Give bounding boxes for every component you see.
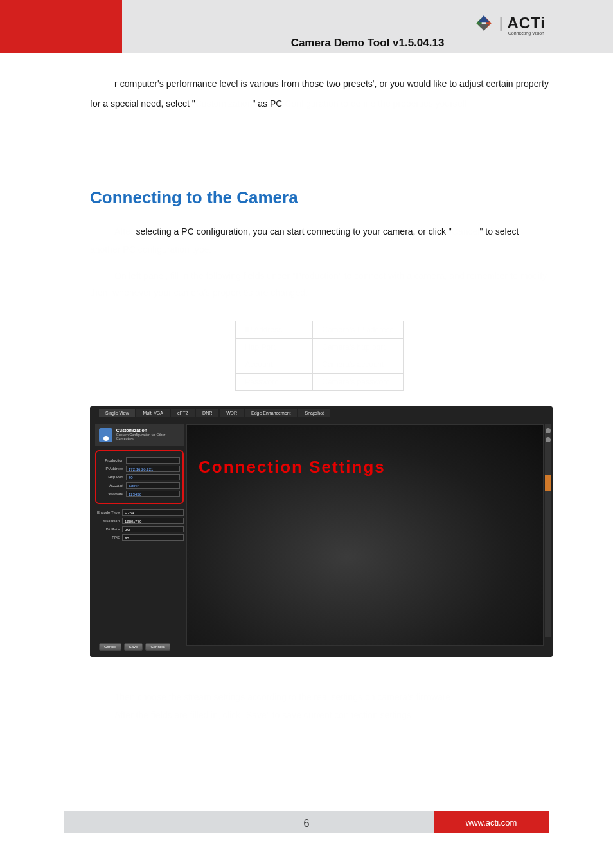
field-input[interactable]: 172.16.26.221	[126, 466, 180, 472]
field-row: AccountAdmin	[99, 482, 180, 489]
intro-ghost-2: Configuration to define the properties y…	[285, 98, 469, 109]
connection-settings-label: Connection Settings	[199, 457, 386, 477]
connection-fields-table: IP AddressCamera's IP addressHttp PortCa…	[235, 321, 403, 391]
field-row: Http Port80	[99, 474, 180, 480]
table-row: AccountCamera's account	[236, 356, 403, 373]
logo-tagline: Connecting Vision	[508, 31, 544, 35]
field-input[interactable]: Admin	[126, 482, 180, 489]
document-title: Camera Demo Tool v1.5.04.13	[122, 37, 613, 50]
p2-text: selecting a PC configuration, you can st…	[136, 226, 451, 237]
cancel-button[interactable]: Cancel	[99, 643, 121, 651]
field-label: Production	[99, 458, 126, 462]
tab-edge-enhancement[interactable]: Edge Enhancement	[245, 409, 298, 417]
save-button[interactable]: Save	[124, 643, 143, 651]
acti-logo-icon	[473, 14, 495, 32]
connect-button[interactable]: Connect	[145, 643, 170, 651]
red-sidebar	[0, 0, 122, 53]
table-row: PasswordCamera's password	[236, 373, 403, 390]
field-label: IP Address	[99, 467, 126, 471]
hidden-instructions: On left panel, fill in the following fie…	[90, 267, 549, 302]
customization-tile[interactable]: Customization Custom Configuration for O…	[95, 424, 184, 446]
customization-sub: Custom Configuration for Other Computers	[116, 433, 180, 441]
table-cell: Account	[236, 356, 313, 373]
p2-ghost-start: After	[114, 226, 136, 237]
section-divider	[90, 213, 549, 213]
field-row: Resolution1280x720	[95, 518, 184, 524]
app-screenshot: Single ViewMulti VGAePTZDNRWDREdge Enhan…	[90, 406, 553, 657]
hidden-after-text: Then choose the stream settings accordin…	[90, 692, 453, 720]
customization-icon	[99, 428, 112, 442]
svg-marker-3	[478, 24, 489, 31]
field-input[interactable]: 3M	[122, 526, 184, 532]
table-cell: IP Address	[236, 321, 313, 338]
tab-dnr[interactable]: DNR	[196, 409, 218, 417]
field-label: Resolution	[95, 519, 122, 523]
hidden-after-paragraph: Then choose the stream settings accordin…	[90, 688, 549, 724]
field-input[interactable]: 30	[122, 534, 184, 541]
field-label: FPS	[95, 536, 122, 539]
encode-settings-group: Encode TypeH264Resolution1280x720Bit Rat…	[95, 509, 184, 541]
field-label: Password	[99, 492, 126, 496]
table-cell: Camera's http port	[313, 338, 403, 356]
screenshot-right-bar	[545, 424, 551, 637]
table-row: IP AddressCamera's IP address	[236, 321, 403, 338]
tab-bar: Single ViewMulti VGAePTZDNRWDREdge Enhan…	[99, 409, 330, 417]
p2-tail: " to select	[479, 226, 519, 237]
field-row: FPS30	[95, 534, 184, 541]
connection-settings-group: ProductionIP Address172.16.26.221Http Po…	[95, 450, 184, 504]
field-input[interactable]: 1280x720	[122, 518, 184, 524]
table-cell: Camera's password	[313, 373, 403, 390]
table-cell: Password	[236, 373, 313, 390]
field-row: IP Address172.16.26.221	[99, 466, 180, 472]
right-dot-icon[interactable]	[546, 437, 551, 442]
field-row: Password123456	[99, 491, 180, 497]
field-row: Production	[99, 457, 180, 464]
footer-url-text: www.acti.com	[466, 818, 517, 827]
section-heading: Connecting to the Camera	[90, 188, 549, 208]
logo-text: ACTi	[507, 14, 546, 32]
p2-ghost-line2: another PC configuration type.	[90, 244, 211, 255]
hidden-instructions-text: On left panel, fill in the following fie…	[90, 271, 547, 298]
field-row: Encode TypeH264	[95, 509, 184, 516]
svg-marker-2	[478, 15, 489, 22]
tab-wdr[interactable]: WDR	[220, 409, 244, 417]
tab-multi-vga[interactable]: Multi VGA	[136, 409, 170, 417]
page-content: r computer's performance level is variou…	[90, 74, 549, 724]
right-dot-icon[interactable]	[546, 428, 551, 433]
screenshot-buttons: CancelSaveConnect	[99, 643, 170, 651]
intro-text-2: " as PC	[252, 98, 285, 109]
customization-title: Customization	[116, 428, 180, 433]
field-label: Encode Type	[95, 511, 122, 514]
intro-paragraph: r computer's performance level is variou…	[90, 74, 549, 114]
field-input[interactable]: 123456	[126, 491, 180, 497]
table-cell: Camera's IP address	[313, 321, 403, 338]
field-label: Account	[99, 484, 126, 487]
right-orange-handle[interactable]	[545, 475, 551, 491]
connect-paragraph: After selecting a PC configuration, you …	[90, 222, 549, 258]
p2-ghost-btn: Cancel	[452, 226, 480, 237]
field-input[interactable]: H264	[122, 509, 184, 516]
field-input[interactable]	[126, 457, 180, 464]
screenshot-sidebar: Customization Custom Configuration for O…	[95, 424, 184, 543]
table-row: Http PortCamera's http port	[236, 338, 403, 356]
header-divider	[64, 53, 549, 53]
tab-snapshot[interactable]: Snapshot	[298, 409, 330, 417]
logo-pipe: |	[499, 15, 503, 32]
footer-url[interactable]: www.acti.com	[434, 811, 549, 833]
field-input[interactable]: 80	[126, 474, 180, 480]
tab-eptz[interactable]: ePTZ	[171, 409, 195, 417]
tab-single-view[interactable]: Single View	[99, 409, 135, 417]
brand-logo: | ACTi	[473, 14, 546, 32]
table-cell: Camera's account	[313, 356, 403, 373]
field-label: Http Port	[99, 475, 126, 479]
intro-ghost-1: Customization	[195, 98, 253, 109]
field-label: Bit Rate	[95, 527, 122, 531]
table-cell: Http Port	[236, 338, 313, 356]
field-row: Bit Rate3M	[95, 526, 184, 532]
screenshot-main-area: Connection Settings	[186, 424, 544, 646]
